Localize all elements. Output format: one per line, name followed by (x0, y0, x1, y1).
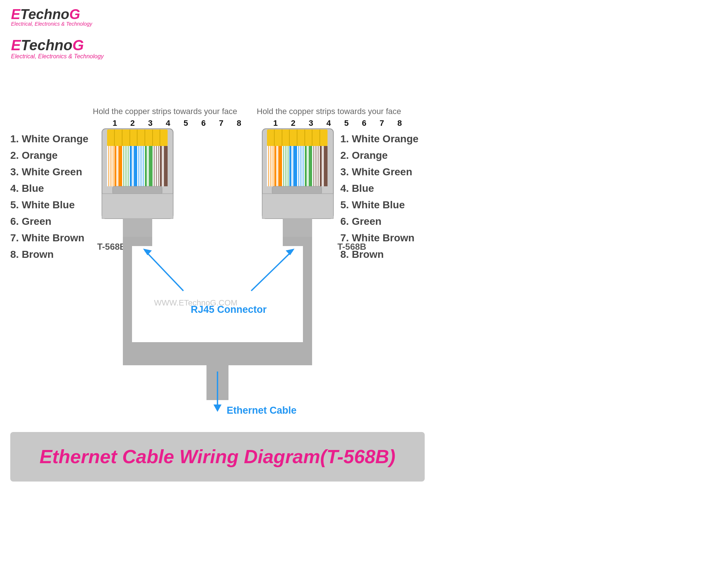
inner-white (132, 246, 303, 342)
left-connector-group (102, 129, 173, 237)
rw3: 3. White Green (340, 166, 412, 177)
svg-rect-51 (123, 146, 124, 186)
lw1: 1. White Orange (10, 133, 88, 144)
svg-rect-105 (272, 186, 322, 194)
svg-rect-45 (108, 146, 109, 186)
svg-rect-86 (276, 146, 278, 186)
svg-rect-63 (154, 146, 155, 186)
svg-rect-82 (268, 146, 269, 186)
main-diagram-svg: Hold the copper strips towards your face… (0, 63, 728, 559)
rw8: 8. Brown (340, 249, 384, 260)
lw2: 2. Orange (10, 150, 58, 161)
svg-rect-57 (138, 146, 139, 186)
lw3: 3. White Green (10, 166, 82, 177)
right-connector-group (262, 129, 333, 237)
rw4: 4. Blue (340, 183, 374, 194)
svg-rect-104 (322, 146, 324, 186)
lw8: 8. Brown (10, 249, 54, 260)
down-arrowhead (213, 405, 222, 412)
svg-rect-94 (298, 146, 299, 186)
svg-rect-106 (262, 194, 333, 219)
svg-rect-83 (270, 146, 271, 186)
logo-subtitle-text: Electrical, Electronics & Technology (11, 53, 104, 60)
svg-rect-65 (158, 146, 159, 186)
logo-text: ETechnoG (11, 37, 104, 53)
rj45-label-text: RJ45 Connector (191, 304, 267, 315)
page-root: ETechnoG Electrical, Electronics & Techn… (0, 30, 728, 571)
svg-rect-59 (143, 146, 144, 186)
svg-rect-67 (162, 146, 164, 186)
right-pins: 1 2 3 4 5 6 7 8 (273, 118, 407, 128)
lw7: 7. White Brown (10, 232, 84, 244)
logo-container: ETechnoG Electrical, Electronics & Techn… (11, 37, 104, 60)
banner-title: Ethernet Cable Wiring Diagram(T-568B) (40, 446, 395, 467)
svg-rect-46 (110, 146, 111, 186)
svg-rect-96 (303, 146, 304, 186)
rw7: 7. White Brown (340, 232, 414, 244)
svg-rect-68 (113, 186, 162, 194)
rw5: 5. White Blue (340, 199, 405, 211)
ethernet-cable-text: Ethernet Cable (227, 405, 297, 416)
logo-e-char: E (11, 37, 21, 53)
rw2: 2. Orange (340, 150, 388, 161)
rw6: 6. Green (340, 216, 381, 227)
svg-rect-69 (102, 194, 173, 219)
svg-rect-84 (272, 146, 274, 186)
left-instruction-text: Hold the copper strips towards your face (93, 107, 237, 116)
left-label: T-568B (97, 242, 126, 252)
svg-rect-88 (283, 146, 284, 186)
svg-rect-92 (291, 146, 293, 186)
svg-rect-90 (288, 146, 289, 186)
right-instruction-text: Hold the copper strips towards your face (257, 107, 401, 116)
svg-rect-52 (125, 146, 127, 186)
svg-rect-70 (123, 219, 152, 237)
svg-rect-102 (318, 146, 319, 186)
rw1: 1. White Orange (340, 133, 418, 144)
svg-rect-107 (283, 219, 312, 237)
svg-rect-89 (285, 146, 286, 186)
svg-rect-98 (307, 146, 309, 186)
svg-rect-64 (156, 146, 157, 186)
svg-rect-95 (300, 146, 301, 186)
lw6: 6. Green (10, 216, 51, 227)
logo-g-char: G (72, 37, 84, 53)
left-pins: 1 2 3 4 5 6 7 8 (113, 118, 247, 128)
svg-rect-101 (315, 146, 317, 186)
svg-rect-58 (140, 146, 142, 186)
svg-rect-100 (313, 146, 314, 186)
svg-rect-49 (116, 146, 118, 186)
lw4: 4. Blue (10, 183, 44, 194)
svg-rect-53 (128, 146, 129, 186)
lw5: 5. White Blue (10, 199, 75, 211)
svg-rect-47 (113, 146, 114, 186)
logo-techno-char: Techno (21, 37, 73, 53)
svg-rect-55 (132, 146, 134, 186)
svg-rect-61 (147, 146, 149, 186)
